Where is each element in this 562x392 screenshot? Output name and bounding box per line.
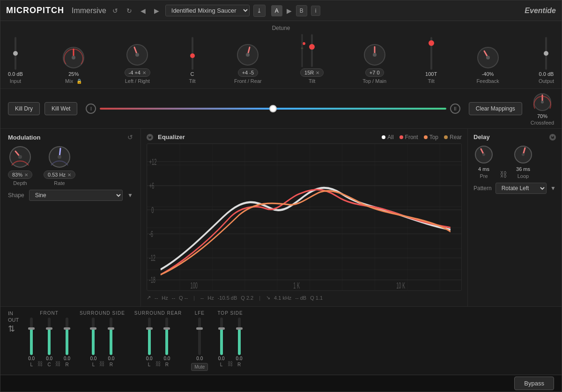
front-link-cr[interactable]: ⛓ — [55, 361, 61, 367]
bypass-button[interactable]: Bypass — [514, 377, 554, 390]
modulation-title: Modulation — [8, 134, 40, 141]
delay-link-icon[interactable]: ⛓ — [500, 170, 507, 179]
delay-header: Delay — [473, 133, 556, 141]
eq-filter3-type[interactable]: ↘ — [266, 295, 270, 301]
top-side-link[interactable]: ⛓ — [228, 361, 233, 367]
mod-knobs-row: 83% ✕ Depth — [8, 145, 133, 186]
left-right-knob[interactable] — [125, 43, 149, 67]
macro-track[interactable] — [100, 108, 446, 110]
copy-ab-button[interactable]: ▶ — [284, 6, 294, 15]
svg-point-14 — [541, 101, 544, 104]
rate-label: Rate — [54, 180, 65, 186]
mixer-settings-icon[interactable]: ⇅ — [8, 324, 19, 334]
surround-side-fader-r: 0.0 R — [108, 318, 114, 367]
macro-slider-container: I II — [86, 104, 460, 114]
eq-canvas[interactable]: +12 +6 0 -6 -12 -18 100 1 K 10 K — [147, 143, 462, 291]
tilt2-badge: 15R ✕ — [300, 68, 324, 77]
pattern-dropdown-icon: ▼ — [550, 185, 556, 192]
depth-clear[interactable]: ✕ — [24, 172, 28, 178]
crossfeed-value: 70% — [537, 113, 547, 119]
output-value: 0.0 dB — [539, 71, 554, 77]
lfe-mute-button[interactable]: Mute — [191, 363, 208, 371]
shape-select[interactable]: Sine — [29, 190, 123, 201]
eq-front-dot — [399, 135, 403, 139]
tilt2-slider[interactable] — [311, 34, 313, 67]
clear-mappings-button[interactable]: Clear Mappings — [469, 102, 522, 115]
front-fader-c-track[interactable] — [48, 318, 51, 355]
top-main-knob[interactable] — [362, 43, 387, 67]
front-link-lc[interactable]: ⛓ — [37, 361, 43, 367]
redo-button[interactable]: ↻ — [124, 6, 134, 15]
eq-channel-front[interactable]: Front — [399, 134, 418, 141]
top-side-faders: 0.0 L ⛓ 0.0 R — [218, 318, 243, 367]
lower-area: Modulation ↺ — [0, 129, 562, 306]
depth-control: 83% ✕ Depth — [8, 145, 32, 186]
tilt1-slider[interactable] — [192, 37, 193, 70]
feedback-knob[interactable] — [476, 45, 500, 70]
tilt2-clear[interactable]: ✕ — [316, 70, 319, 75]
macro-ii-badge[interactable]: II — [450, 104, 460, 114]
tilt1-control: C Tilt — [189, 37, 195, 84]
output-label: Output — [539, 78, 554, 84]
preset-select[interactable]: Identified Mixing Saucer — [165, 5, 250, 16]
eq-filter3-q: Q 1.1 — [310, 295, 323, 301]
macro-thumb[interactable] — [269, 105, 277, 112]
feedback-control: -40% Feedback — [476, 45, 500, 84]
pre-delay-control: 4 ms Pre — [473, 144, 494, 179]
front-rear-knob[interactable] — [236, 43, 260, 67]
eq-power-button[interactable] — [147, 134, 153, 141]
loop-delay-knob[interactable] — [513, 144, 533, 165]
tilt2-control: 15R ✕ Tilt — [300, 34, 324, 84]
kill-dry-button[interactable]: Kill Dry — [8, 102, 40, 115]
rate-knob[interactable] — [47, 145, 72, 169]
modulation-reset[interactable]: ↺ — [127, 133, 133, 141]
left-right-clear[interactable]: ✕ — [142, 70, 146, 75]
front-fader-l: 0.0 L — [28, 318, 35, 367]
top-main-control: +7 0 Top / Main — [362, 43, 387, 84]
svg-text:-18: -18 — [149, 275, 155, 285]
surround-rear-link[interactable]: ⛓ — [155, 361, 161, 367]
rate-clear[interactable]: ✕ — [67, 172, 71, 178]
pattern-select[interactable]: Rotate Left — [495, 183, 547, 194]
kill-wet-button[interactable]: Kill Wet — [44, 102, 77, 115]
save-button[interactable]: ⤓ — [253, 5, 266, 17]
tilt3-slider[interactable] — [430, 37, 432, 70]
eq-channel-all[interactable]: All — [382, 134, 393, 141]
input-slider[interactable] — [15, 37, 16, 70]
tilt3-control: 100T Tilt — [425, 37, 437, 84]
front-fader-l-thumb[interactable] — [28, 327, 35, 330]
info-button[interactable]: i — [311, 6, 321, 16]
front-fader-c-thumb[interactable] — [46, 327, 52, 330]
macro-i-badge[interactable]: I — [86, 104, 96, 114]
front-fader-r: 0.0 R — [64, 318, 70, 367]
undo-button[interactable]: ↺ — [110, 6, 120, 15]
top-main-label: Top / Main — [362, 78, 386, 84]
delay-power-button[interactable] — [549, 134, 556, 141]
front-fader-l-track[interactable] — [30, 318, 33, 355]
mix-knob[interactable] — [61, 45, 86, 70]
eq-filter1-type[interactable]: ↗ — [147, 295, 151, 301]
tilt2-dots — [297, 34, 307, 67]
front-fader-r-track[interactable] — [66, 318, 68, 355]
front-fader-r-thumb[interactable] — [64, 327, 70, 330]
b-button[interactable]: B — [296, 5, 307, 16]
depth-knob[interactable] — [8, 145, 32, 169]
depth-badge: 83% ✕ — [8, 170, 32, 179]
crossfeed-control: 70% Crossfeed — [531, 92, 554, 126]
eq-filter2-db: -10.5 dB — [218, 295, 237, 301]
pattern-label: Pattern — [473, 185, 492, 192]
rate-badge: 0.53 Hz ✕ — [44, 170, 75, 179]
output-slider[interactable] — [545, 37, 547, 70]
a-button[interactable]: A — [271, 5, 282, 16]
surround-side-link[interactable]: ⛓ — [99, 361, 105, 367]
pre-delay-knob[interactable] — [473, 144, 494, 165]
crossfeed-knob[interactable] — [532, 92, 553, 112]
surround-rear-faders: 0.0 L ⛓ 0.0 R — [146, 318, 170, 367]
crossfeed-label: Crossfeed — [531, 120, 554, 126]
next-preset-button[interactable]: ▶ — [152, 6, 162, 15]
eq-channel-rear[interactable]: Rear — [444, 134, 462, 141]
eq-channel-top[interactable]: Top — [424, 134, 438, 141]
prev-preset-button[interactable]: ◀ — [138, 6, 148, 15]
pattern-row: Pattern Rotate Left ▼ — [473, 183, 556, 194]
tilt1-label: Tilt — [189, 78, 195, 84]
